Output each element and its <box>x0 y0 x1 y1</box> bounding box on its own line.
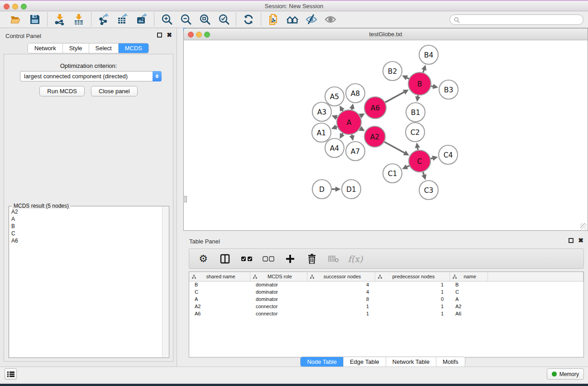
split-pane-handle[interactable] <box>183 196 187 202</box>
float-table-panel-icon[interactable] <box>569 238 574 243</box>
network-canvas[interactable]: B4B2BB3A5A8A6A3B1AA1C2A2A4A7C4CC1DD1C3 <box>184 40 588 230</box>
column-header-name[interactable]: name <box>450 272 488 281</box>
table-row[interactable]: A6connector11A6 <box>189 310 583 318</box>
table-row[interactable]: Bdominator41B <box>189 281 583 289</box>
window-titlebar: Session: New Session <box>0 0 588 11</box>
tab-style[interactable]: Style <box>63 43 89 53</box>
graph-edge-C-C3[interactable] <box>423 172 424 176</box>
graph-edge-C-C4[interactable] <box>430 158 433 158</box>
network-graph[interactable]: B4B2BB3A5A8A6A3B1AA1C2A2A4A7C4CC1DD1C3 <box>184 40 588 230</box>
export-network-icon[interactable] <box>97 13 110 26</box>
table-row[interactable]: A2connector11A2 <box>189 303 583 310</box>
table-options-icon[interactable]: ⚙ <box>197 253 209 265</box>
network-window-titlebar[interactable]: testGlobe.txt <box>184 29 588 40</box>
tab-node-table[interactable]: Node Table <box>301 357 344 367</box>
graph-edge-A2-C[interactable] <box>384 142 405 153</box>
column-header-successor-nodes[interactable]: successor nodes <box>307 272 375 281</box>
graph-node-label-B2: B2 <box>388 67 397 76</box>
result-scrollbar[interactable] <box>162 207 168 357</box>
close-panel-icon[interactable]: ✖ <box>167 33 172 38</box>
open-file-icon[interactable] <box>10 13 22 26</box>
cybrowser-icon[interactable] <box>286 13 299 26</box>
graph-node-label-A: A <box>347 119 352 127</box>
zoom-selected-icon[interactable] <box>217 13 230 26</box>
memory-button[interactable]: Memory <box>547 368 584 380</box>
delete-table-icon[interactable] <box>328 253 339 265</box>
column-header-predecessor-nodes[interactable]: predecessor nodes <box>375 272 450 281</box>
import-network-icon[interactable] <box>53 13 66 26</box>
table-cell: 4 <box>307 281 375 289</box>
column-header-MCDS-role[interactable]: MCDS role <box>250 272 307 281</box>
graph-edge-A-A4[interactable] <box>342 133 343 134</box>
result-item[interactable]: A2 <box>11 208 162 215</box>
run-mcds-button[interactable]: Run MCDS <box>39 86 85 96</box>
graph-edge-A-A8[interactable] <box>352 108 352 110</box>
select-all-icon[interactable] <box>241 253 253 265</box>
export-table-icon[interactable] <box>116 13 129 26</box>
result-item[interactable]: A <box>11 215 162 223</box>
table-cell: 8 <box>307 296 375 303</box>
column-header-shared-name[interactable]: shared name <box>189 272 250 281</box>
refresh-icon[interactable] <box>242 13 255 26</box>
graph-node-label-C2: C2 <box>411 129 420 137</box>
graph-edge-A-A1[interactable] <box>336 127 337 127</box>
table-row[interactable]: Adominator80A <box>189 296 583 303</box>
graph-edge-C-C2[interactable] <box>417 148 418 150</box>
task-history-button[interactable] <box>5 368 17 380</box>
table-cell: 1 <box>307 303 375 310</box>
delete-column-icon[interactable] <box>306 253 318 265</box>
mcds-result-box: MCDS result (5 nodes) A2ABCA6 <box>9 206 169 358</box>
table-header-row: shared nameMCDS rolesuccessor nodesprede… <box>189 272 583 281</box>
import-table-icon[interactable] <box>72 13 85 26</box>
app-window: Session: New Session <box>0 0 588 384</box>
table-cell: connector <box>250 310 307 318</box>
graph-edge-A-A3[interactable] <box>336 117 337 118</box>
tab-select[interactable]: Select <box>89 43 119 53</box>
graph-edge-B-B3[interactable] <box>431 86 433 86</box>
tab-motifs[interactable]: Motifs <box>436 357 465 367</box>
tab-network[interactable]: Network <box>28 43 63 53</box>
graph-edge-A-A7[interactable] <box>352 134 352 136</box>
graph-edge-B-B1[interactable] <box>418 95 418 97</box>
clone-network-icon[interactable] <box>267 13 280 26</box>
export-image-icon[interactable] <box>135 13 148 26</box>
graph-node-label-B: B <box>417 80 422 88</box>
table-cell: A <box>450 296 488 303</box>
mcds-result-list: A2ABCA6 <box>10 208 162 357</box>
close-panel-button[interactable]: Close panel <box>91 86 138 96</box>
search-input[interactable] <box>449 14 583 25</box>
zoom-in-icon[interactable] <box>160 13 173 26</box>
add-column-icon[interactable] <box>284 253 296 265</box>
graph-edge-A-A2[interactable] <box>360 129 360 129</box>
graphics-details-icon[interactable] <box>305 13 318 26</box>
result-item[interactable]: B <box>11 223 162 230</box>
tab-edge-table[interactable]: Edge Table <box>344 357 386 367</box>
table-panel: Table Panel ✖ ⚙ f(x) <box>177 234 588 369</box>
table-toolbar: ⚙ f(x) <box>189 248 584 269</box>
float-panel-icon[interactable] <box>157 33 162 38</box>
unselect-all-icon[interactable] <box>263 253 274 265</box>
close-table-panel-icon[interactable]: ✖ <box>578 238 583 243</box>
graph-node-label-B3: B3 <box>444 86 454 94</box>
graph-edge-A6-B[interactable] <box>385 92 405 102</box>
tab-network-table[interactable]: Network Table <box>386 357 436 367</box>
resize-grip-icon[interactable] <box>580 223 587 229</box>
show-columns-icon[interactable] <box>219 253 231 265</box>
save-session-icon[interactable] <box>29 13 41 26</box>
graph-edge-C-C1[interactable] <box>406 166 409 167</box>
tab-mcds[interactable]: MCDS <box>119 43 148 53</box>
zoom-out-icon[interactable] <box>179 13 192 26</box>
graph-edge-A-A6[interactable] <box>360 116 361 116</box>
function-builder-icon[interactable]: f(x) <box>349 253 361 265</box>
zoom-fit-icon[interactable] <box>198 13 211 26</box>
graph-edge-A-A5[interactable] <box>342 110 343 111</box>
result-item[interactable]: A6 <box>11 237 162 244</box>
table-row[interactable]: Cdominator41C <box>189 289 583 296</box>
criterion-dropdown[interactable]: largest connected component (directed) <box>20 71 162 81</box>
birdseye-icon[interactable] <box>324 13 337 26</box>
result-item[interactable]: C <box>11 230 162 237</box>
graph-node-label-A7: A7 <box>351 148 360 156</box>
table-cell: 1 <box>375 303 450 310</box>
graph-edge-B-B2[interactable] <box>406 77 409 79</box>
graph-edge-B-B4[interactable] <box>423 69 424 72</box>
